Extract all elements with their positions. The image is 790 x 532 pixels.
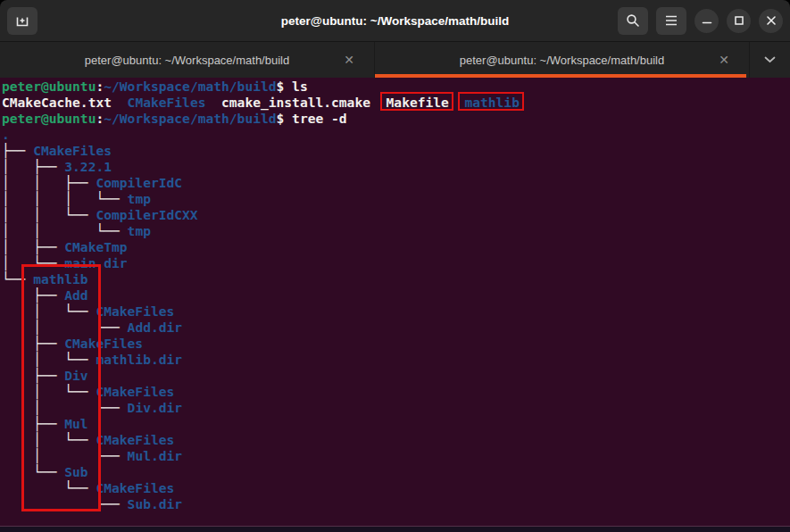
terminal-text: Mul.dir [128,448,183,463]
terminal-line: │ └── CMakeFiles [2,303,790,320]
terminal-text: cmake_install.cmake [205,95,386,110]
terminal-text: │ ├── [2,159,64,174]
new-tab-button[interactable] [7,7,37,35]
tab-2-close-icon[interactable]: ✕ [719,54,729,66]
close-icon [766,15,777,26]
new-tab-icon [15,14,29,28]
terminal-text: peter@ubuntu [2,111,96,126]
menu-button[interactable] [656,7,686,35]
menu-icon [665,15,678,26]
terminal-line: │ │ └── tmp [2,223,790,239]
terminal-text: : [96,111,104,126]
tab-1-label: peter@ubuntu: ~/Workspace/math/build [85,54,289,67]
terminal-line: │ ├── CMakeTmp [2,239,790,255]
tab-list-button[interactable] [750,42,790,78]
terminal-line: │ └── Mul.dir [2,448,790,464]
terminal-text: └── [2,464,64,479]
terminal-text: mathlib [33,271,88,287]
terminal-line: peter@ubuntu:~/Workspace/math/build$ ls [2,79,790,95]
terminal-text: peter@ubuntu [2,79,96,94]
terminal-text: CMakeFiles [96,432,174,447]
tab-2[interactable]: peter@ubuntu: ~/Workspace/math/build ✕ [375,42,750,78]
terminal-text: CMakeFiles [96,384,174,399]
terminal-text: │ │ └── [2,223,128,238]
terminal-text: Div [64,368,87,383]
terminal-text: 3.22.1 [64,159,112,174]
terminal-line: │ │ │ └── tmp [2,191,790,207]
maximize-icon [734,15,744,26]
minimize-icon [702,15,712,26]
terminal-text: ├── [2,336,64,351]
terminal-line: │ └── CMakeFiles [2,384,790,400]
terminal-text: │ │ └── [2,207,96,222]
terminal-text: ├── [2,416,64,431]
terminal-text: │ │ ├── [2,175,96,190]
terminal-text: CMakeFiles [33,143,112,158]
terminal-text: CMakeFiles [96,480,174,495]
tab-1[interactable]: peter@ubuntu: ~/Workspace/math/build ✕ [0,42,375,78]
terminal-text: CMakeCache.txt [2,95,128,110]
terminal-text: └── [2,496,128,511]
maximize-button[interactable] [727,9,751,33]
terminal-line: CMakeCache.txt CMakeFiles cmake_install.… [2,95,790,111]
terminal-text: Div.dir [128,400,183,415]
terminal-text: $ tree -d [277,111,347,126]
terminal-text: CompilerIdC [96,175,182,190]
terminal-line: . [2,127,790,143]
terminal-text: CMakeFiles [128,95,206,110]
titlebar: peter@ubuntu: ~/Workspace/math/build [0,0,790,41]
tab-1-close-icon[interactable]: ✕ [344,54,354,66]
search-icon [626,13,640,28]
terminal-line: │ ├── 3.22.1 [2,159,790,175]
terminal-text: └── [2,271,33,287]
terminal-window: peter@ubuntu: ~/Workspace/math/build [0,0,790,532]
terminal-text: │ ├── [2,239,64,254]
terminal-text: ~/Workspace/math/build [104,79,276,94]
terminal-line: ├── CMakeFiles [2,143,790,159]
terminal-line: │ └── CMakeFiles [2,432,790,448]
search-button[interactable] [618,7,648,35]
terminal-text: Mul [64,416,87,431]
terminal-text: CMakeFiles [64,336,143,351]
terminal-text: │ └── [2,320,128,335]
terminal-text: Add [64,287,87,303]
close-button[interactable] [759,9,783,33]
terminal-line: ├── Div [2,368,790,384]
terminal-text: CompilerIdCXX [96,207,197,222]
terminal-line: └── CMakeFiles [2,480,790,496]
terminal-text: Add.dir [128,320,183,335]
terminal-text: │ └── [2,303,96,319]
terminal-text: │ └── [2,255,64,270]
terminal-text: Sub [64,464,87,479]
terminal-line: │ └── mathlib.dir [2,352,790,368]
minimize-button[interactable] [694,9,719,33]
terminal-text: CMakeTmp [64,239,127,254]
terminal-line: │ │ ├── CompilerIdC [2,175,790,191]
annotation-box-inline: mathlib [464,95,520,110]
terminal-text: : [96,79,104,94]
terminal-text: tmp [128,223,151,238]
terminal-line: │ └── main.dir [2,255,790,271]
terminal-text: │ └── [2,352,96,367]
window-bottom-edge [0,526,790,532]
tab-2-label: peter@ubuntu: ~/Workspace/math/build [460,54,664,67]
terminal-text: ├── [2,143,33,158]
chevron-down-icon [764,56,776,63]
terminal-output[interactable]: peter@ubuntu:~/Workspace/math/build$ lsC… [0,78,790,526]
terminal-text: tmp [128,191,151,206]
terminal-line: └── mathlib [2,271,790,287]
terminal-text: └── [2,480,96,495]
terminal-text: │ │ │ └── [2,191,128,206]
terminal-line: │ │ └── CompilerIdCXX [2,207,790,223]
terminal-text: ├── [2,368,64,383]
terminal-text: Sub.dir [128,496,183,511]
terminal-line: │ └── Div.dir [2,400,790,416]
terminal-text: $ ls [277,79,308,94]
titlebar-controls [618,7,783,35]
terminal-line: ├── Mul [2,416,790,432]
terminal-line: peter@ubuntu:~/Workspace/math/build$ tre… [2,111,790,127]
terminal-text: │ └── [2,448,128,463]
terminal-text: │ └── [2,432,96,447]
terminal-line: ├── Add [2,287,790,303]
terminal-text [449,95,465,110]
